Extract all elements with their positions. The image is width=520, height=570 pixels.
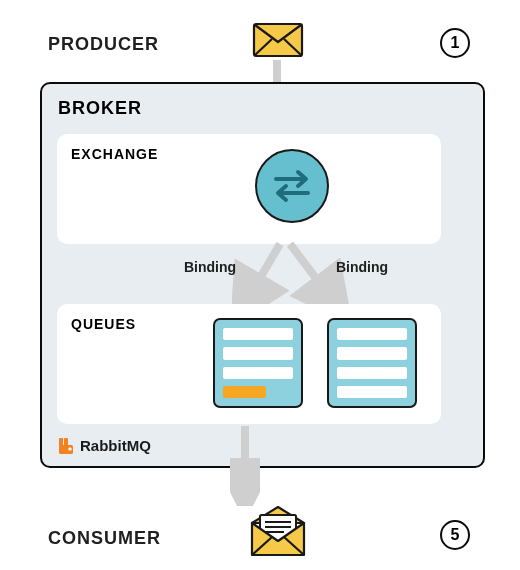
queue-left — [213, 318, 303, 408]
rabbitmq-brand: RabbitMQ — [58, 437, 151, 454]
rabbit-logo-icon — [58, 438, 74, 454]
queue-right — [327, 318, 417, 408]
queues-title: QUEUES — [71, 316, 136, 332]
queue-message-row — [337, 328, 407, 340]
step-5-badge: 5 — [440, 520, 470, 550]
brand-text: RabbitMQ — [80, 437, 151, 454]
arrow-queue-to-consumer — [230, 424, 260, 506]
svg-line-3 — [290, 244, 334, 302]
queue-message-row-highlight — [223, 386, 266, 398]
exchange-title: EXCHANGE — [71, 146, 158, 162]
queues-panel: QUEUES — [57, 304, 441, 424]
diagram-stage: PRODUCER 1 2 3 4 5 BROKER EXCHANGE — [0, 0, 520, 570]
exchange-panel: EXCHANGE — [57, 134, 441, 244]
exchange-node — [255, 149, 329, 223]
binding-label-right: Binding — [336, 259, 388, 275]
svg-rect-7 — [69, 447, 72, 450]
consumer-label: CONSUMER — [48, 528, 161, 549]
queue-message-row — [337, 386, 407, 398]
svg-line-2 — [246, 244, 280, 302]
swap-arrows-icon — [270, 167, 314, 205]
queue-message-row — [223, 328, 293, 340]
broker-title: BROKER — [58, 98, 142, 119]
binding-label-left: Binding — [184, 259, 236, 275]
queue-message-row — [223, 347, 293, 359]
broker-panel: BROKER EXCHANGE — [40, 82, 485, 468]
step-number: 1 — [451, 34, 460, 52]
envelope-open-icon — [248, 505, 308, 559]
envelope-icon — [252, 22, 304, 58]
step-1-badge: 1 — [440, 28, 470, 58]
queue-message-row — [223, 367, 293, 379]
producer-label: PRODUCER — [48, 34, 159, 55]
queue-message-row — [337, 347, 407, 359]
queue-message-row — [337, 367, 407, 379]
step-number: 5 — [451, 526, 460, 544]
